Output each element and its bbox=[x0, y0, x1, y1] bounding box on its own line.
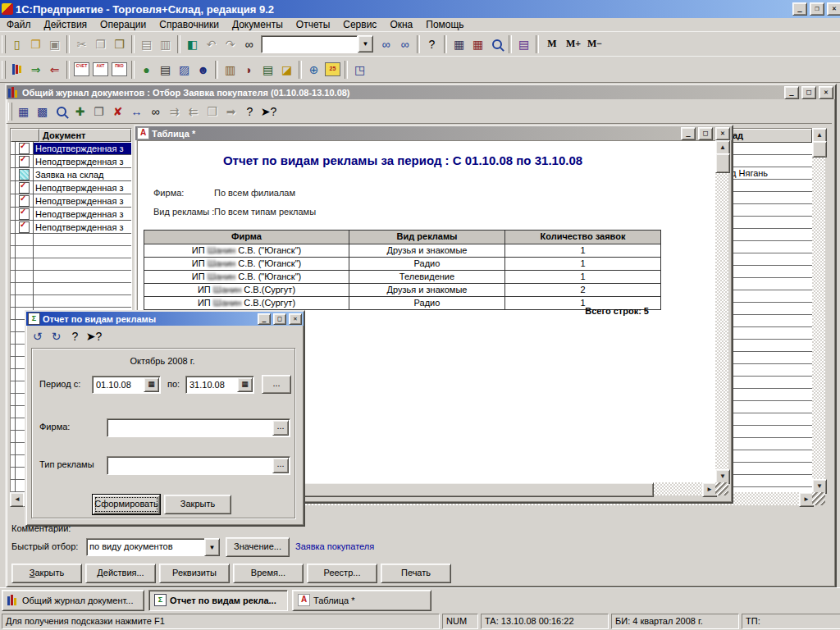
toolbar-gripper[interactable] bbox=[2, 61, 6, 79]
minimize-button[interactable]: _ bbox=[681, 127, 696, 140]
ledger-icon[interactable]: ▤ bbox=[258, 61, 277, 79]
toolbar-gripper[interactable] bbox=[2, 35, 6, 53]
new-row-icon[interactable]: ✚ bbox=[71, 103, 89, 121]
resize-grip[interactable] bbox=[715, 482, 728, 495]
copy-row-icon[interactable]: ❐ bbox=[89, 103, 108, 121]
minimize-button[interactable]: _ bbox=[792, 2, 807, 16]
tab-report-dialog[interactable]: Σ Отчет по видам рекла... bbox=[148, 590, 288, 611]
resize-grip[interactable] bbox=[812, 492, 825, 505]
ad-type-input[interactable] bbox=[109, 458, 270, 472]
tab-table[interactable]: A Таблица * bbox=[292, 590, 431, 611]
journal-vertical-scrollbar[interactable]: ▲ ▼ bbox=[812, 128, 825, 492]
journal-row[interactable]: Неподтвержденная з bbox=[11, 208, 131, 221]
minimize-button[interactable]: _ bbox=[784, 86, 799, 99]
journal-title-bar[interactable]: Общий журнал документов : Отбор Заявка п… bbox=[7, 85, 835, 99]
firm-field[interactable]: ... bbox=[107, 418, 290, 437]
menu-windows[interactable]: Окна bbox=[383, 18, 419, 31]
scroll-thumb[interactable] bbox=[715, 153, 730, 173]
maximize-button[interactable]: □ bbox=[801, 86, 816, 99]
globe-icon[interactable]: ⊕ bbox=[304, 61, 323, 79]
toolbar-gripper[interactable] bbox=[8, 103, 12, 121]
close-dialog-button[interactable]: Закрыть bbox=[164, 495, 231, 514]
menu-reports[interactable]: Отчеты bbox=[290, 18, 336, 31]
ad-type-select-button[interactable]: ... bbox=[272, 458, 289, 473]
save-settings-icon[interactable]: ↺ bbox=[28, 327, 47, 345]
journal-row[interactable]: Неподтвержденная з bbox=[11, 155, 131, 168]
clipboard-icon[interactable]: ▨ bbox=[175, 61, 194, 79]
close-button[interactable]: ✕ bbox=[289, 313, 302, 325]
journal-row[interactable]: Неподтвержденная з bbox=[11, 181, 131, 194]
restore-settings-icon[interactable]: ↻ bbox=[47, 327, 66, 345]
menu-service[interactable]: Сервис bbox=[336, 18, 383, 31]
invoice-schet-icon[interactable]: СЧЕТ bbox=[72, 61, 91, 79]
actions-button[interactable]: Действия... bbox=[85, 564, 156, 583]
reference-books-icon[interactable] bbox=[7, 61, 26, 79]
help-icon[interactable]: ? bbox=[240, 103, 259, 121]
generate-button[interactable]: Сформировать bbox=[93, 495, 160, 514]
money-bag-icon[interactable]: ● bbox=[137, 61, 156, 79]
doc-incoming-icon[interactable]: ⇒ bbox=[26, 61, 45, 79]
tab-journal[interactable]: Общий журнал документ... bbox=[2, 590, 144, 611]
context-help-icon[interactable]: ➤? bbox=[259, 103, 278, 121]
staff-icon[interactable]: ☻ bbox=[194, 61, 212, 79]
paste-icon[interactable]: ❒ bbox=[110, 35, 129, 53]
subordinate-docs-icon[interactable]: ❒ bbox=[203, 103, 221, 121]
search-input[interactable] bbox=[262, 37, 345, 52]
undo-icon[interactable]: ↶ bbox=[202, 35, 221, 53]
help-icon[interactable]: ? bbox=[66, 327, 84, 345]
delete-row-icon[interactable]: ✘ bbox=[108, 103, 127, 121]
period-from-field[interactable]: ▦ bbox=[92, 376, 161, 394]
save-icon[interactable]: ▣ bbox=[45, 35, 64, 53]
view-document-icon[interactable] bbox=[52, 103, 71, 121]
table-vertical-scrollbar[interactable]: ▲ ▼ bbox=[715, 140, 728, 482]
maximize-button[interactable]: □ bbox=[698, 127, 713, 140]
menu-documents[interactable]: Документы bbox=[226, 18, 290, 31]
period-from-input[interactable] bbox=[94, 377, 145, 391]
menu-actions[interactable]: Действия bbox=[38, 18, 94, 31]
menu-references[interactable]: Справочники bbox=[153, 18, 226, 31]
user-session-icon[interactable]: ◳ bbox=[350, 61, 369, 79]
new-document-icon[interactable]: ▯ bbox=[7, 35, 26, 53]
find-next-icon[interactable]: ∞ bbox=[377, 35, 395, 53]
open-document-icon[interactable]: ❐ bbox=[26, 35, 45, 53]
search-combobox[interactable] bbox=[261, 35, 358, 53]
journal-row[interactable]: Неподтвержденная з bbox=[11, 221, 131, 234]
find-backward-icon[interactable]: ∞ bbox=[395, 35, 414, 53]
journal-grid-icon[interactable]: ▦ bbox=[14, 103, 33, 121]
requisites-button[interactable]: Реквизиты bbox=[159, 564, 230, 583]
interval-icon[interactable]: ↔ bbox=[127, 103, 146, 121]
doc-outgoing-icon[interactable]: ⇐ bbox=[45, 61, 64, 79]
period-to-input[interactable] bbox=[188, 377, 239, 391]
doc-structure-icon[interactable]: ⇇ bbox=[184, 103, 203, 121]
minimize-button[interactable]: _ bbox=[258, 313, 271, 325]
memory-plus-icon[interactable]: M+ bbox=[563, 35, 584, 53]
print-preview-icon[interactable]: ▥ bbox=[156, 35, 175, 53]
journal-row[interactable]: Неподтвержденная з bbox=[11, 142, 131, 155]
warehouse-cell-value[interactable]: д Нягань bbox=[731, 168, 768, 178]
copy-icon[interactable]: ❐ bbox=[91, 35, 110, 53]
calendar-picker-icon[interactable]: ▦ bbox=[237, 377, 253, 392]
memory-icon[interactable]: M bbox=[541, 35, 563, 53]
shredder-icon[interactable]: ▥ bbox=[221, 61, 240, 79]
restore-button[interactable]: ❐ bbox=[810, 2, 824, 16]
main-title-bar[interactable]: 1С:Предприятие - Торговля+Склад, редакци… bbox=[0, 0, 840, 18]
firm-input[interactable] bbox=[109, 420, 270, 435]
pko-document-icon[interactable]: ПКО bbox=[110, 61, 129, 79]
table-title-bar[interactable]: A Таблица * _ □ ✕ bbox=[135, 126, 732, 140]
period-more-button[interactable]: ... bbox=[262, 375, 291, 394]
memory-minus-icon[interactable]: M− bbox=[584, 35, 605, 53]
value-button[interactable]: Значение... bbox=[226, 537, 290, 557]
firm-select-button[interactable]: ... bbox=[272, 420, 289, 436]
calculator-icon[interactable]: ▦ bbox=[450, 35, 468, 53]
journal-edit-icon[interactable]: ▩ bbox=[33, 103, 52, 121]
ad-type-field[interactable]: ... bbox=[107, 456, 290, 475]
report-chart-icon[interactable]: ◪ bbox=[277, 61, 296, 79]
journal-row[interactable]: Заявка на склад bbox=[11, 168, 131, 181]
user-monitor-icon[interactable]: ◧ bbox=[183, 35, 202, 53]
context-help-icon[interactable]: ➤? bbox=[84, 327, 103, 345]
cash-register-icon[interactable]: ▤ bbox=[156, 61, 175, 79]
description-icon[interactable]: ▤ bbox=[514, 35, 533, 53]
document-column-header[interactable]: Документ bbox=[39, 129, 131, 142]
journal-row[interactable]: Неподтвержденная з bbox=[11, 194, 131, 208]
formula-calculator-icon[interactable]: ▦ bbox=[468, 35, 487, 53]
